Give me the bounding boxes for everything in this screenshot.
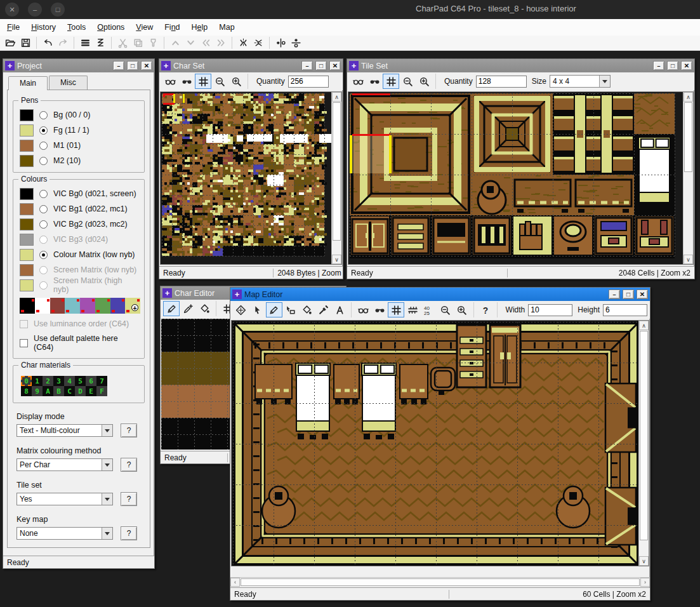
help-button[interactable]: ?	[477, 302, 494, 317]
menu-help[interactable]: Help	[186, 21, 214, 34]
mirror-horizontal-button[interactable]	[273, 36, 288, 50]
menu-map[interactable]: Map	[213, 21, 240, 34]
close-button[interactable]	[329, 61, 341, 70]
fill-button[interactable]	[196, 301, 213, 316]
map-height-input[interactable]	[603, 304, 647, 316]
select-button[interactable]	[249, 302, 266, 317]
dropdown-arrow-icon[interactable]	[102, 528, 112, 539]
grid-button[interactable]	[388, 302, 404, 317]
char-rows-button[interactable]	[77, 36, 93, 50]
maximize-button[interactable]	[667, 61, 678, 70]
zoom-in-button[interactable]	[416, 74, 432, 89]
minimize-button[interactable]	[113, 61, 124, 70]
flip-horizontal-button[interactable]	[235, 36, 251, 50]
map-width-input[interactable]	[528, 304, 572, 316]
colour-radio-0[interactable]	[39, 190, 48, 198]
material-cell-8[interactable]: 8	[21, 386, 32, 396]
material-cell-7[interactable]: 7	[96, 376, 107, 386]
pen-radio-2[interactable]	[39, 142, 48, 150]
map-hscrollbar[interactable]: ‹ ›	[230, 577, 650, 587]
zoom-in-button[interactable]	[228, 74, 244, 89]
view-colours-button[interactable]	[355, 302, 371, 317]
close-button[interactable]	[637, 290, 648, 299]
char-set-titlebar[interactable]: Char Set	[159, 59, 343, 72]
tile-set-help-button[interactable]: ?	[121, 492, 137, 506]
view-mono-button[interactable]	[178, 74, 195, 89]
char-zigzag-button[interactable]	[93, 36, 108, 50]
pen-radio-0[interactable]	[39, 111, 48, 119]
grid-button[interactable]	[383, 74, 399, 89]
tile-set-vscrollbar[interactable]: ∧ ∨	[683, 92, 693, 264]
colour-radio-2[interactable]	[39, 220, 48, 229]
scroll-thumb[interactable]	[333, 102, 341, 241]
scroll-thumb[interactable]	[684, 102, 692, 172]
close-button[interactable]	[141, 61, 152, 70]
material-cell-D[interactable]: D	[75, 386, 86, 396]
view-mono-button[interactable]	[371, 302, 388, 317]
dropdown-arrow-icon[interactable]	[102, 425, 112, 436]
palette-swatch-0[interactable]	[20, 298, 35, 314]
tile-set-canvas[interactable]	[348, 92, 683, 265]
project-titlebar[interactable]: Project	[3, 59, 154, 72]
screen-guide-button[interactable]: 4025	[421, 302, 437, 317]
save-button[interactable]	[18, 36, 33, 50]
material-cell-1[interactable]: 1	[32, 376, 43, 386]
draw-multi-button[interactable]	[180, 301, 196, 316]
material-cell-A[interactable]: A	[43, 386, 53, 396]
maximize-button[interactable]	[127, 61, 138, 70]
scroll-up-icon[interactable]: ∧	[332, 92, 341, 102]
dropdown-arrow-icon[interactable]	[102, 493, 112, 505]
tab-misc[interactable]: Misc	[49, 76, 88, 90]
key-map-help-button[interactable]: ?	[121, 526, 137, 540]
map-vscrollbar[interactable]: ∧ ∨	[638, 321, 649, 566]
menu-options[interactable]: Options	[91, 21, 130, 34]
tileset-size-select[interactable]: 4 x 4	[550, 75, 611, 88]
colour-radio-1[interactable]	[39, 205, 48, 213]
dropdown-arrow-icon[interactable]	[102, 459, 112, 470]
scroll-down-icon[interactable]: ∨	[639, 556, 649, 566]
minimize-button[interactable]	[653, 61, 664, 70]
material-cell-9[interactable]: 9	[32, 386, 43, 396]
matrix-colouring-method-help-button[interactable]: ?	[121, 458, 137, 472]
os-close-button[interactable]: ✕	[5, 3, 19, 17]
map-editor-titlebar[interactable]: Map Editor	[230, 288, 650, 301]
material-cell-2[interactable]: 2	[43, 376, 53, 386]
material-cell-4[interactable]: 4	[64, 376, 75, 386]
text-button[interactable]	[331, 302, 348, 317]
pen-radio-3[interactable]	[39, 157, 48, 165]
menu-history[interactable]: History	[25, 21, 62, 34]
key-map-select[interactable]: None	[17, 527, 113, 540]
palette-swatch-5[interactable]	[95, 298, 110, 314]
colour-radio-4[interactable]	[39, 251, 48, 259]
zoom-out-button[interactable]	[437, 302, 454, 317]
material-cell-C[interactable]: C	[64, 386, 75, 396]
menu-file[interactable]: File	[1, 21, 25, 34]
maximize-button[interactable]	[315, 61, 327, 70]
tab-main[interactable]: Main	[8, 76, 48, 90]
picker-button[interactable]	[315, 302, 332, 317]
scroll-left-icon[interactable]: ‹	[230, 578, 240, 587]
scroll-up-icon[interactable]: ∧	[683, 92, 693, 102]
scroll-down-icon[interactable]: ∨	[683, 255, 693, 264]
scroll-up-icon[interactable]: ∧	[639, 321, 649, 330]
dropdown-arrow-icon[interactable]	[599, 76, 610, 87]
material-cell-5[interactable]: 5	[75, 376, 86, 386]
grid-button[interactable]	[195, 74, 211, 89]
tile-set-select[interactable]: Yes	[17, 493, 113, 505]
view-colours-button[interactable]	[350, 74, 366, 89]
zoom-out-button[interactable]	[399, 74, 416, 89]
view-mono-button[interactable]	[366, 74, 383, 89]
os-maximize-button[interactable]: □	[51, 3, 65, 17]
material-cell-B[interactable]: B	[53, 386, 64, 396]
zoom-out-button[interactable]	[211, 74, 228, 89]
display-mode-select[interactable]: Text - Multi-colour	[17, 424, 113, 437]
scroll-down-icon[interactable]: ∨	[332, 255, 341, 264]
material-cell-6[interactable]: 6	[86, 376, 96, 386]
checkbox[interactable]	[20, 339, 28, 347]
open-file-button[interactable]	[3, 36, 18, 50]
close-button[interactable]	[681, 61, 692, 70]
draw-button[interactable]	[266, 302, 282, 317]
material-cell-F[interactable]: F	[96, 386, 107, 396]
charset-quantity-input[interactable]	[288, 76, 329, 88]
mirror-vertical-button[interactable]	[288, 36, 303, 50]
